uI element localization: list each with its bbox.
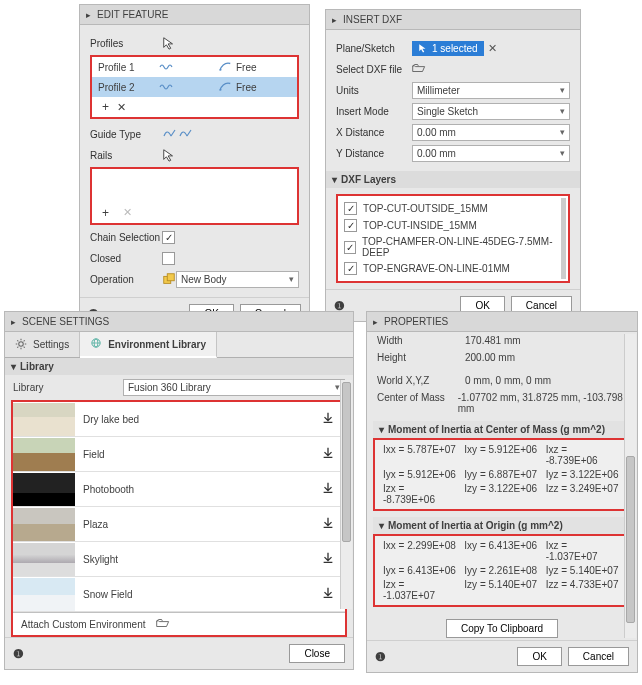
library-dropdown[interactable]: Fusion 360 Library	[123, 379, 345, 396]
env-thumb	[13, 578, 75, 611]
download-icon[interactable]	[321, 411, 335, 427]
operation-label: Operation	[90, 274, 162, 285]
profile-chain-icon[interactable]	[158, 81, 218, 93]
env-item[interactable]: Snow Field	[13, 577, 345, 612]
free-icon[interactable]	[218, 60, 232, 74]
download-icon[interactable]	[321, 516, 335, 532]
insert-dxf-panel: ▸ INSERT DXF Plane/Sketch 1 selected ✕ S…	[325, 9, 581, 322]
collapse-icon[interactable]: ▸	[86, 10, 91, 20]
moi-com-header[interactable]: ▾ Moment of Inertia at Center of Mass (g…	[373, 421, 631, 438]
operation-dropdown[interactable]: New Body	[176, 271, 299, 288]
cursor-icon	[162, 36, 176, 50]
layer-item[interactable]: TOP-CHAMFER-ON-LINE-45DEG-7.5MM-DEEP	[344, 234, 562, 260]
open-file-icon[interactable]	[412, 63, 426, 75]
free-icon[interactable]	[218, 80, 232, 94]
guidetype-label: Guide Type	[90, 129, 162, 140]
profiles-list: Profile 1 Free Profile 2 Free + ✕	[90, 55, 299, 119]
download-icon[interactable]	[321, 586, 335, 602]
world-label: World X,Y,Z	[377, 375, 465, 386]
chain-checkbox[interactable]	[162, 231, 175, 244]
panel-title: SCENE SETTINGS	[22, 316, 109, 327]
attach-row: Attach Custom Environment	[13, 612, 345, 635]
attach-label: Attach Custom Environment	[21, 619, 146, 630]
env-item[interactable]: Field	[13, 437, 345, 472]
ydist-label: Y Distance	[336, 148, 412, 159]
cancel-button[interactable]: Cancel	[568, 647, 629, 666]
layer-checkbox[interactable]	[344, 241, 356, 254]
layer-item[interactable]: TOP-CUT-OUTSIDE_15MM	[344, 200, 562, 217]
info-icon[interactable]: ❶	[375, 650, 386, 664]
library-section-header[interactable]: ▾ Library	[5, 358, 353, 375]
tab-settings[interactable]: Settings	[5, 332, 80, 357]
profile-row[interactable]: Profile 1 Free	[92, 57, 297, 77]
tab-environment-library[interactable]: Environment Library	[80, 332, 217, 358]
download-icon[interactable]	[321, 446, 335, 462]
xdist-label: X Distance	[336, 127, 412, 138]
layer-item[interactable]: TOP-CUT-INSIDE_15MM	[344, 217, 562, 234]
com-value: -1.07702 mm, 31.8725 mm, -103.798 mm	[458, 392, 627, 414]
svg-point-4	[19, 341, 24, 346]
clear-icon[interactable]: ✕	[488, 42, 497, 55]
add-icon[interactable]: +	[98, 100, 113, 114]
closed-checkbox[interactable]	[162, 252, 175, 265]
open-file-icon[interactable]	[156, 618, 170, 630]
panel-header: ▸ SCENE SETTINGS	[5, 312, 353, 332]
profiles-label: Profiles	[90, 38, 162, 49]
edit-feature-panel: ▸ EDIT FEATURE Profiles Profile 1 Free P…	[79, 4, 310, 330]
panel-header: ▸ INSERT DXF	[326, 10, 580, 30]
com-label: Center of Mass	[377, 392, 458, 414]
layers-list: TOP-CUT-OUTSIDE_15MM TOP-CUT-INSIDE_15MM…	[336, 194, 570, 283]
panel-header: ▸ PROPERTIES	[367, 312, 637, 332]
collapse-icon[interactable]: ▸	[11, 317, 16, 327]
profile-mode: Free	[236, 62, 257, 73]
moi-origin-box: Ixx = 2.299E+08Ixy = 6.413E+06Ixz = -1.0…	[373, 534, 631, 607]
profile-mode: Free	[236, 82, 257, 93]
ydist-input[interactable]: 0.00 mm	[412, 145, 570, 162]
add-icon[interactable]: +	[98, 206, 113, 220]
close-button[interactable]: Close	[289, 644, 345, 663]
remove-icon[interactable]: ✕	[113, 101, 130, 114]
props-scrollbar[interactable]	[624, 334, 636, 638]
collapse-icon[interactable]: ▸	[332, 15, 337, 25]
gear-icon	[15, 338, 27, 352]
layer-checkbox[interactable]	[344, 262, 357, 275]
info-icon[interactable]: ❶	[13, 647, 24, 661]
svg-rect-3	[167, 274, 174, 281]
width-label: Width	[377, 335, 465, 346]
rails-list[interactable]: + ✕	[90, 167, 299, 225]
width-value: 170.481 mm	[465, 335, 521, 346]
xdist-input[interactable]: 0.00 mm	[412, 124, 570, 141]
download-icon[interactable]	[321, 551, 335, 567]
download-icon[interactable]	[321, 481, 335, 497]
env-item[interactable]: Dry lake bed	[13, 402, 345, 437]
globe-icon	[90, 337, 102, 351]
mode-dropdown[interactable]: Single Sketch	[412, 103, 570, 120]
panel-footer: ❶ OK Cancel	[367, 640, 637, 672]
guide-icons[interactable]	[162, 126, 194, 142]
collapse-icon[interactable]: ▸	[373, 317, 378, 327]
profile-chain-icon[interactable]	[158, 61, 218, 73]
profile-row[interactable]: Profile 2 Free	[92, 77, 297, 97]
scene-scrollbar[interactable]	[340, 380, 352, 609]
units-dropdown[interactable]: Millimeter	[412, 82, 570, 99]
tabs: Settings Environment Library	[5, 332, 353, 358]
chevron-down-icon: ▾	[11, 361, 16, 372]
plane-label: Plane/Sketch	[336, 43, 412, 54]
remove-icon: ✕	[119, 206, 136, 220]
layer-checkbox[interactable]	[344, 219, 357, 232]
moi-origin-header[interactable]: ▾ Moment of Inertia at Origin (g mm^2)	[373, 517, 631, 534]
copy-button[interactable]: Copy To Clipboard	[446, 619, 558, 638]
env-item[interactable]: Skylight	[13, 542, 345, 577]
layer-item[interactable]: TOP-ENGRAVE-ON-LINE-01MM	[344, 260, 562, 277]
plane-tag[interactable]: 1 selected	[412, 41, 484, 56]
layers-scrollbar[interactable]	[561, 198, 566, 279]
env-item[interactable]: Plaza	[13, 507, 345, 542]
panel-header: ▸ EDIT FEATURE	[80, 5, 309, 25]
ok-button[interactable]: OK	[517, 647, 561, 666]
profile-name: Profile 2	[98, 82, 158, 93]
env-item[interactable]: Photobooth	[13, 472, 345, 507]
env-thumb	[13, 403, 75, 436]
dxf-layers-header[interactable]: ▾ DXF Layers	[326, 171, 580, 188]
layer-checkbox[interactable]	[344, 202, 357, 215]
env-thumb	[13, 438, 75, 471]
